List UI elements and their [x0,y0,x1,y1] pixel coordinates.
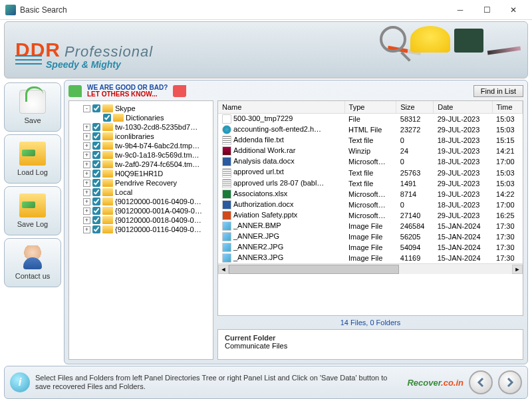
file-row[interactable]: Additional Work.rarWinzip2419-JUL-202314… [218,146,523,156]
file-row[interactable]: Analysis data.docxMicrosoft…018-JUL-2023… [218,156,523,167]
file-row[interactable]: Authorization.docxMicrosoft…018-JUL-2023… [218,200,523,210]
tree-item[interactable]: +Pendrive Recovery [70,178,211,188]
tree-checkbox[interactable] [92,142,100,150]
file-row[interactable]: approved urls 28-07 (babl…Text file14912… [218,178,523,189]
maximize-button[interactable]: ☐ [473,1,500,19]
sidebar-load-log-button[interactable]: Load Log [4,134,61,184]
folder-tree[interactable]: -SkypeDictionaries+tw-1030-2cd8-5235bd7…… [68,100,213,360]
folder-icon [102,170,113,178]
column-type[interactable]: Type [344,101,396,114]
tree-checkbox[interactable] [92,160,100,168]
file-row[interactable]: _ANNER.BMPImage File24658415-JAN-202417:… [218,221,523,231]
expand-icon[interactable]: + [83,217,90,224]
expand-icon[interactable]: + [83,189,90,196]
file-type-icon [222,125,231,134]
sidebar-save-log-button[interactable]: Save Log [4,186,61,235]
tree-item[interactable]: +tw-2af0-2974-fc6504.tm… [70,160,211,169]
folder-icon [102,160,113,168]
expand-icon[interactable]: + [83,152,90,159]
helmet-icon [410,26,450,53]
file-row[interactable]: Aviation Safety.pptxMicrosoft…2714029-JU… [218,210,523,221]
magnifier-icon [380,26,406,53]
tree-item[interactable]: +tw-1030-2cd8-5235bd7… [70,122,211,132]
expand-icon[interactable]: + [83,170,90,178]
content-panel: WE ARE GOOD OR BAD? LET OTHERS KNOW... F… [64,80,528,364]
thumbs-up-icon[interactable] [68,85,82,97]
expand-icon[interactable]: + [83,142,90,150]
folder-icon [113,114,124,122]
sidebar-save-button[interactable]: Save [4,82,61,132]
scroll-thumb[interactable] [229,265,399,274]
column-date[interactable]: Date [434,101,492,114]
expand-icon[interactable]: + [83,124,90,131]
file-row[interactable]: Addenda file.txtText file018-JUL-202315:… [218,135,523,146]
expand-icon[interactable]: + [83,198,90,205]
file-row[interactable]: _ANNER2.JPGImage File5409415-JAN-202417:… [218,242,523,253]
tree-item[interactable]: +{90120000-0018-0409-0… [70,215,211,225]
tree-item[interactable]: +Local [70,188,211,197]
tree-checkbox[interactable] [92,216,100,224]
column-size[interactable]: Size [396,101,434,114]
sidebar-label: Load Log [17,168,48,176]
expand-icon[interactable]: + [83,226,90,233]
tree-item[interactable]: +tw-9c0-1a18-9c569d.tm… [70,150,211,160]
file-row[interactable]: approved url.txtText file2576329-JUL-202… [218,167,523,178]
file-row[interactable]: 500-300_tmp7229File5831229-JUL-202315:03 [218,114,523,125]
expand-icon[interactable]: + [83,207,90,215]
expand-icon[interactable]: + [83,133,90,140]
find-in-list-button[interactable]: Find in List [473,85,523,97]
sidebar-contact-us-button[interactable]: Contact us [4,238,61,287]
file-row[interactable]: _ANNER3.JPGImage File4116915-JAN-202417:… [218,253,523,263]
tree-item[interactable]: -Skype [70,104,211,113]
file-list[interactable]: NameTypeSizeDateTime 500-300_tmp7229File… [217,100,523,316]
close-button[interactable]: ✕ [500,1,527,19]
tree-checkbox[interactable] [92,151,100,159]
tree-checkbox[interactable] [92,123,100,131]
column-time[interactable]: Time [492,101,522,114]
info-icon: i [10,372,30,392]
tree-checkbox[interactable] [92,179,100,187]
tree-checkbox[interactable] [92,198,100,205]
tree-checkbox[interactable] [92,170,100,178]
expand-icon[interactable]: + [83,161,90,168]
tree-item[interactable]: +iconlibraries [70,132,211,141]
column-name[interactable]: Name [218,101,344,114]
app-icon [5,5,16,15]
tree-checkbox[interactable] [92,207,100,215]
folder-icon [102,188,113,196]
expand-icon[interactable]: - [83,105,90,112]
tree-checkbox[interactable] [92,104,100,112]
file-type-icon [222,232,231,241]
file-row[interactable]: accounting-soft-ented2.h…HTML File232722… [218,124,523,135]
footer-brand[interactable]: Recover.co.in [407,378,464,388]
tree-checkbox[interactable] [92,225,100,233]
tree-label: Dictionaries [126,114,164,122]
thumbs-down-icon[interactable] [173,85,186,97]
tree-checkbox[interactable] [92,188,100,196]
prev-button[interactable] [469,370,493,394]
banner: DDRProfessional Speedy & Mighty [4,21,528,78]
file-row[interactable]: Associatons.xlsxMicrosoft…871419-JUL-202… [218,189,523,200]
tree-item[interactable]: +{90120000-0016-0409-0… [70,197,211,206]
file-type-icon [222,221,231,231]
scroll-right-button[interactable]: ► [512,265,523,274]
tree-checkbox[interactable] [103,114,111,122]
tree-label: {90120000-001A-0409-0… [115,207,202,215]
next-button[interactable] [498,370,522,394]
folder-icon [19,194,46,217]
tree-item[interactable]: +{90120000-001A-0409-0… [70,206,211,215]
expand-icon[interactable]: + [83,180,90,187]
minimize-button[interactable]: ─ [447,1,473,19]
tree-item[interactable]: +H0Q9E1HR1D [70,169,211,178]
horizontal-scrollbar[interactable]: ◄ ► [218,263,523,274]
tree-item[interactable]: +{90120000-0116-0409-0… [70,225,211,234]
scroll-left-button[interactable]: ◄ [218,265,229,274]
tree-checkbox[interactable] [92,132,100,140]
file-type-icon [222,253,231,263]
tree-item[interactable]: Dictionaries [70,113,211,122]
file-row[interactable]: _ANNER.JPGImage File5620515-JAN-202417:3… [218,231,523,242]
tree-item[interactable]: +tw-9b4-b74-6abc2d.tmp… [70,141,211,150]
notice-text[interactable]: WE ARE GOOD OR BAD? LET OTHERS KNOW... [87,84,168,98]
file-type-icon [222,136,231,145]
file-type-icon [222,179,231,188]
